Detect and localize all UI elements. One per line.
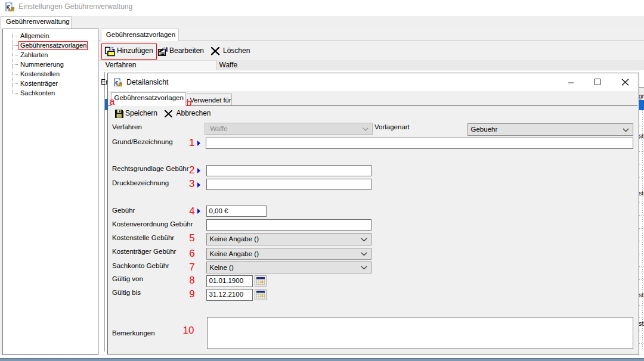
svg-text:€: €	[7, 3, 10, 10]
svg-text:€: €	[115, 79, 119, 85]
